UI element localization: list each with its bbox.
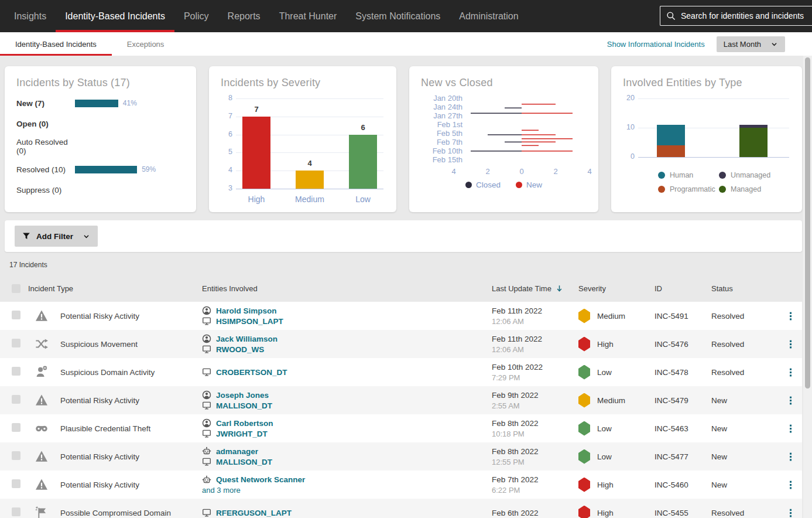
tab-exceptions[interactable]: Exceptions (112, 32, 180, 56)
table-row[interactable]: Potential Risky ActivityHarold SimpsonHS… (0, 302, 802, 330)
legend-item-programmatic: Programmatic (658, 185, 719, 193)
status-label: New (7) (16, 99, 75, 108)
entity-link[interactable]: CROBERTSON_DT (216, 368, 287, 377)
entity-link[interactable]: Quest Network Scanner (216, 475, 305, 484)
table-row[interactable]: Suspicious MovementJack WilliamsonRWOOD_… (0, 330, 802, 358)
column-header-severity[interactable]: Severity (578, 284, 655, 293)
row-checkbox[interactable] (12, 507, 20, 516)
severity-bar-low[interactable] (349, 135, 377, 189)
row-menu-button[interactable] (779, 367, 802, 377)
entity-link[interactable]: MALLISON_DT (216, 401, 272, 410)
severity-cell: Medium (578, 393, 655, 408)
row-checkbox[interactable] (12, 339, 20, 347)
table-row[interactable]: Suspicious Domain ActivityCROBERTSON_DTF… (0, 358, 802, 386)
table-row[interactable]: Potential Risky ActivityQuest Network Sc… (0, 471, 802, 499)
entity-link[interactable]: RWOOD_WS (216, 345, 264, 354)
column-header-id[interactable]: ID (655, 284, 711, 293)
entity-link[interactable]: Jack Williamson (216, 335, 277, 343)
subnav-actions: Show Informational Incidents Last Month (607, 32, 812, 56)
update-date: Feb 8th 2022 (492, 447, 578, 456)
severity-label: High (597, 480, 614, 489)
table-row[interactable]: Potential Risky ActivityadmanagerMALLISO… (0, 442, 802, 471)
monitor-icon (202, 457, 211, 466)
entity: Carl Robertson (202, 418, 492, 428)
nav-item-insights[interactable]: Insights (5, 0, 56, 32)
warning-icon (35, 309, 48, 322)
status-label: Auto Resolved (0) (16, 138, 75, 155)
vertical-scrollbar[interactable] (803, 56, 812, 518)
shuffle-icon (35, 338, 48, 350)
legend-item-closed: Closed (465, 180, 501, 189)
nav-item-administration[interactable]: Administration (450, 0, 527, 32)
row-menu-button[interactable] (779, 396, 802, 405)
status-bar-value: 59% (142, 165, 156, 173)
severity-bar-medium[interactable] (296, 171, 324, 189)
entities-bar-segment-human[interactable] (657, 125, 685, 145)
row-menu-button[interactable] (779, 508, 802, 518)
gridline (236, 98, 383, 99)
entities-bar-segment-unmanaged[interactable] (739, 125, 768, 128)
entity-link[interactable]: HSIMPSON_LAPT (216, 317, 283, 326)
nav-item-threat-hunter[interactable]: Threat Hunter (270, 0, 347, 32)
nav-item-system-notifications[interactable]: System Notifications (346, 0, 450, 32)
table-row[interactable]: Potential Risky ActivityJoseph JonesMALL… (0, 386, 802, 414)
y-axis-tick: 7 (221, 112, 232, 120)
row-menu-button[interactable] (779, 339, 802, 349)
severity-cell: High (578, 506, 655, 518)
column-header-incident-type[interactable]: Incident Type (28, 284, 202, 293)
more-entities-link[interactable]: and 3 more (202, 486, 492, 495)
last-update-cell: Feb 6th 2022 (492, 509, 578, 517)
update-date: Feb 6th 2022 (492, 509, 578, 517)
incident-status: New (711, 452, 779, 461)
entity-link[interactable]: Carl Robertson (216, 419, 273, 428)
row-menu-button[interactable] (779, 424, 802, 434)
column-header-status[interactable]: Status (711, 284, 779, 293)
table-row[interactable]: Possible Compromised DomainRFERGUSON_LAP… (0, 499, 802, 518)
checkbox-cell (0, 451, 28, 462)
incident-status: Resolved (711, 340, 779, 349)
entity-link[interactable]: JWRIGHT_DT (216, 430, 268, 438)
sort-descending-icon (555, 284, 564, 293)
row-menu-button[interactable] (779, 452, 802, 462)
add-filter-button[interactable]: Add Filter (15, 226, 98, 247)
spy-icon (35, 366, 48, 379)
card-new-vs-closed: New vs Closed Jan 20thJan 24thJan 27thFe… (409, 66, 598, 212)
legend-label: New (526, 180, 542, 189)
row-checkbox[interactable] (12, 451, 20, 460)
show-informational-incidents-link[interactable]: Show Informational Incidents (607, 40, 705, 49)
select-all-checkbox[interactable] (12, 284, 20, 293)
entities-bar-segment-managed[interactable] (739, 128, 768, 157)
row-menu-button[interactable] (779, 311, 802, 321)
severity-hexagon (578, 506, 590, 518)
row-checkbox[interactable] (12, 423, 20, 432)
row-checkbox[interactable] (12, 479, 20, 488)
column-header-last-update-time[interactable]: Last Update Time (492, 284, 578, 293)
legend-label: Programmatic (670, 185, 715, 193)
row-checkbox[interactable] (12, 311, 20, 319)
global-search-input[interactable]: Search for identities and incidents (660, 6, 812, 26)
entity-link[interactable]: MALLISON_DT (216, 458, 272, 466)
update-date: Feb 9th 2022 (492, 391, 578, 400)
entity-link[interactable]: admanager (216, 447, 258, 456)
table-row[interactable]: Plausible Credential TheftCarl Robertson… (0, 414, 802, 442)
nav-item-reports[interactable]: Reports (218, 0, 270, 32)
nav-item-identity-based-incidents[interactable]: Identity-Based Incidents (56, 0, 174, 32)
row-checkbox[interactable] (12, 395, 20, 404)
update-time: 7:29 PM (492, 373, 578, 382)
tab-identity-based-incidents[interactable]: Identity-Based Incidents (0, 32, 112, 56)
entity-link[interactable]: RFERGUSON_LAPT (216, 509, 292, 517)
entity-link[interactable]: Harold Simpson (216, 306, 277, 315)
new-vs-closed-legend: ClosedNew (421, 180, 587, 189)
monitor-icon (202, 401, 211, 410)
nav-item-policy[interactable]: Policy (174, 0, 218, 32)
search-icon (666, 11, 676, 21)
entity-link[interactable]: Joseph Jones (216, 391, 269, 400)
severity-label: Medium (597, 312, 625, 321)
severity-bar-high[interactable] (242, 117, 270, 189)
scrollbar-thumb[interactable] (805, 57, 810, 388)
row-checkbox[interactable] (12, 367, 20, 376)
entities-bar-segment-programmatic[interactable] (657, 145, 685, 157)
time-range-dropdown[interactable]: Last Month (717, 36, 785, 52)
row-menu-button[interactable] (779, 480, 802, 490)
column-header-entities-involved[interactable]: Entities Involved (202, 284, 492, 293)
